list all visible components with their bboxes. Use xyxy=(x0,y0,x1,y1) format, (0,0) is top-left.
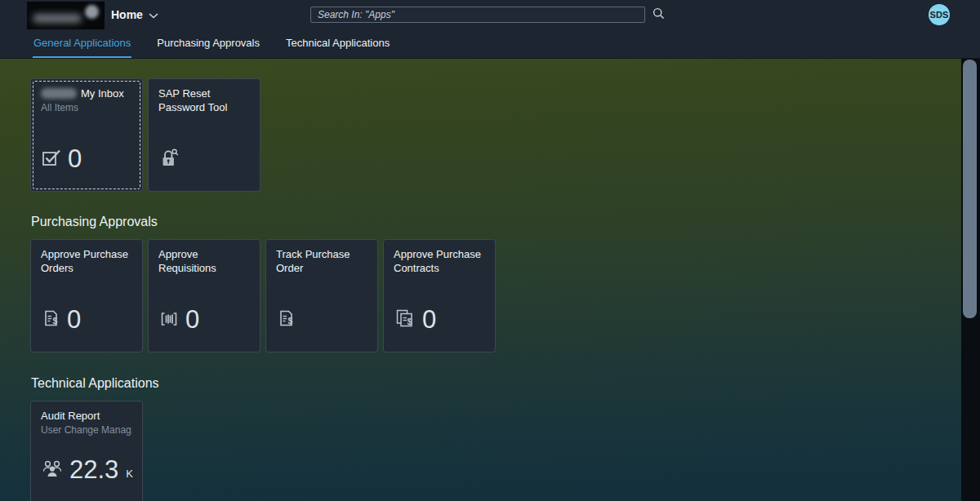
tile-my-inbox[interactable]: My Inbox All Items 0 xyxy=(30,78,143,192)
vertical-scrollbar-track[interactable] xyxy=(961,59,980,501)
logo-blur-circle xyxy=(85,5,99,19)
svg-text:$: $ xyxy=(53,315,58,325)
tile-kpi: 0 xyxy=(158,307,199,332)
tile-title: Approve Purchase Contracts xyxy=(394,248,485,275)
redacted-text-blur xyxy=(41,88,77,99)
tile-count-unit: K xyxy=(126,468,133,482)
tile-count: 22.3 xyxy=(69,457,118,482)
tile-kpi xyxy=(158,146,180,171)
tile-approve-requisitions[interactable]: Approve Requisitions 0 xyxy=(148,239,261,352)
shell-header: Home SDS xyxy=(0,0,980,29)
group-title-technical-applications: Technical Applications xyxy=(31,375,159,392)
tile-kpi: $ xyxy=(276,308,296,332)
tab-technical-applications[interactable]: Technical Applications xyxy=(285,29,390,58)
tile-kpi: 0 xyxy=(41,146,82,171)
employee-group-icon xyxy=(41,458,64,482)
magnifier-icon xyxy=(653,7,665,22)
tile-title: Track Purchase Order xyxy=(276,248,368,275)
search-bar xyxy=(310,7,666,23)
tile-count: 0 xyxy=(68,146,82,171)
logo-blur-smudge xyxy=(33,14,82,23)
search-button[interactable] xyxy=(653,7,665,22)
tile-subtitle: User Change Manag... xyxy=(41,424,132,437)
tile-sap-reset-password-tool[interactable]: SAP Reset Password Tool xyxy=(148,78,261,192)
tab-general-applications[interactable]: General Applications xyxy=(33,29,131,58)
tile-count: 0 xyxy=(422,307,436,332)
user-avatar[interactable]: SDS xyxy=(929,4,950,25)
password-lock-icon xyxy=(158,146,180,171)
svg-text:$: $ xyxy=(408,316,412,326)
tile-kpi: $ 0 xyxy=(394,307,436,332)
tile-kpi: $ 0 xyxy=(41,307,81,332)
vertical-scrollbar-thumb[interactable] xyxy=(963,60,977,318)
tile-count: 0 xyxy=(67,307,81,332)
purchase-order-doc-icon: $ xyxy=(41,308,61,332)
requisition-barcode-icon xyxy=(158,308,180,332)
tile-title: Approve Purchase Orders xyxy=(41,248,132,275)
task-checkbox-icon xyxy=(41,147,62,171)
launchpad-content: My Inbox All Items 0 SAP Reset Password … xyxy=(0,59,980,501)
tile-kpi: 22.3 K xyxy=(41,457,133,482)
company-logo[interactable] xyxy=(27,2,105,32)
chevron-down-icon xyxy=(149,7,158,22)
tile-subtitle: All Items xyxy=(41,102,132,115)
tile-track-purchase-order[interactable]: Track Purchase Order $ xyxy=(265,239,378,352)
tile-audit-report[interactable]: Audit Report User Change Manag... 22.3 K xyxy=(30,401,143,501)
tile-title: Audit Report xyxy=(41,410,132,423)
tile-title: Approve Requisitions xyxy=(158,248,250,275)
svg-text:$: $ xyxy=(288,316,293,326)
purchase-order-doc-icon: $ xyxy=(276,308,296,332)
tile-title: SAP Reset Password Tool xyxy=(158,87,250,114)
group-title-purchasing-approvals: Purchasing Approvals xyxy=(31,214,158,230)
home-menu-button[interactable]: Home xyxy=(111,0,158,29)
tile-approve-purchase-contracts[interactable]: Approve Purchase Contracts $ 0 xyxy=(383,239,496,352)
tile-approve-purchase-orders[interactable]: Approve Purchase Orders $ 0 xyxy=(30,239,143,352)
anchor-navigation-bar: General Applications Purchasing Approval… xyxy=(0,29,980,59)
search-input[interactable] xyxy=(310,7,645,23)
tab-purchasing-approvals[interactable]: Purchasing Approvals xyxy=(156,29,261,58)
home-title: Home xyxy=(111,8,143,21)
tile-count: 0 xyxy=(185,307,199,332)
tile-title: My Inbox xyxy=(41,87,132,101)
purchase-contracts-icon: $ xyxy=(394,308,416,332)
